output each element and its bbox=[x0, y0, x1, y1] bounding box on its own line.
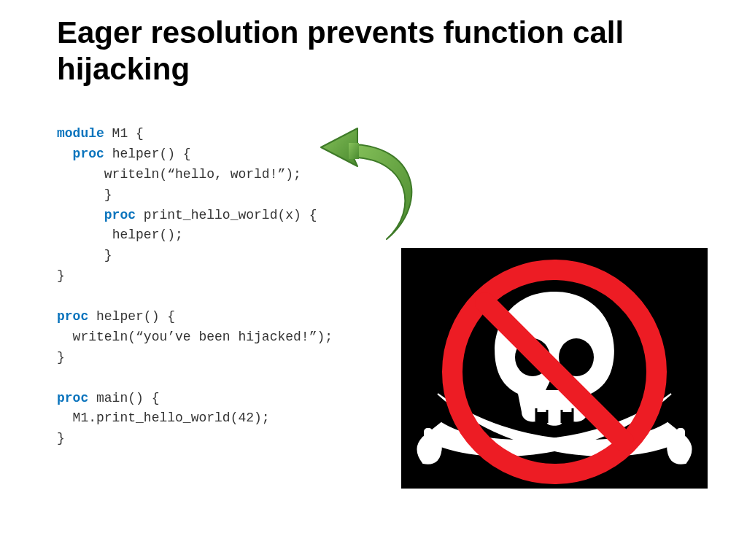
code-text: M1.print_hello_world(42); bbox=[73, 411, 270, 425]
code-text: } bbox=[104, 248, 112, 262]
code-text: writeln(“you’ve been hijacked!”); bbox=[73, 330, 333, 344]
code-text: } bbox=[57, 268, 65, 283]
curved-arrow-icon bbox=[314, 122, 430, 254]
code-text: print_hello_world(x) { bbox=[136, 208, 317, 222]
slide-title: Eager resolution prevents function call … bbox=[57, 15, 692, 87]
keyword-proc: proc bbox=[57, 309, 88, 324]
code-text: } bbox=[104, 187, 112, 202]
code-text: helper() { bbox=[88, 309, 175, 324]
keyword-proc: proc bbox=[73, 147, 104, 161]
keyword-proc: proc bbox=[104, 208, 136, 222]
code-text: main() { bbox=[88, 391, 159, 405]
code-text: } bbox=[57, 431, 65, 446]
code-text: } bbox=[57, 350, 65, 365]
svg-rect-1 bbox=[677, 429, 684, 449]
code-text: writeln(“hello, world!”); bbox=[104, 167, 301, 182]
no-piracy-icon bbox=[401, 248, 708, 489]
code-text: helper(); bbox=[112, 228, 183, 242]
code-text: M1 { bbox=[104, 126, 144, 141]
code-text: helper() { bbox=[104, 147, 191, 161]
code-block: module M1 { proc helper() { writeln(“hel… bbox=[57, 124, 333, 449]
slide: Eager resolution prevents function call … bbox=[0, 0, 747, 560]
keyword-module: module bbox=[57, 126, 104, 141]
svg-rect-0 bbox=[425, 429, 432, 449]
keyword-proc: proc bbox=[57, 391, 88, 405]
